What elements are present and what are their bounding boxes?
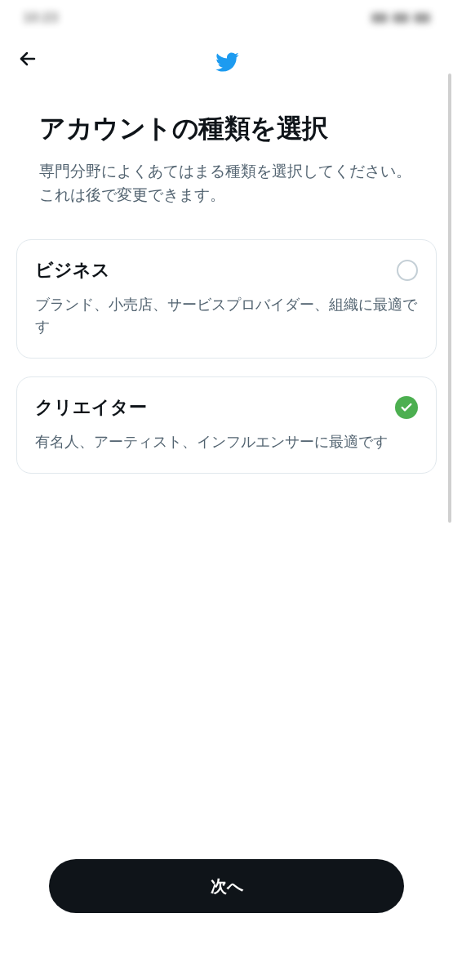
arrow-left-icon bbox=[18, 49, 38, 69]
option-creator[interactable]: クリエイター 有名人、アーティスト、インフルエンサーに最適です bbox=[16, 376, 437, 474]
status-time: 10:23 bbox=[23, 10, 58, 26]
content: アカウントの種類を選択 専門分野によくあてはまる種類を選択してください。これは後… bbox=[0, 113, 453, 207]
next-button[interactable]: 次へ bbox=[49, 859, 404, 913]
option-description: 有名人、アーティスト、インフルエンサーに最適です bbox=[35, 431, 418, 453]
scrollbar-track[interactable] bbox=[448, 74, 451, 947]
status-indicators bbox=[371, 13, 430, 23]
twitter-bird-icon bbox=[215, 50, 239, 74]
radio-selected-icon bbox=[395, 396, 418, 419]
option-list: ビジネス ブランド、小売店、サービスプロバイダー、組織に最適です クリエイター … bbox=[0, 239, 453, 474]
option-business[interactable]: ビジネス ブランド、小売店、サービスプロバイダー、組織に最適です bbox=[16, 239, 437, 359]
page-title: アカウントの種類を選択 bbox=[39, 113, 414, 144]
page-subtitle: 専門分野によくあてはまる種類を選択してください。これは後で変更できます。 bbox=[39, 160, 414, 207]
header bbox=[0, 36, 453, 95]
check-icon bbox=[400, 401, 413, 414]
option-header: ビジネス bbox=[35, 258, 418, 283]
radio-unselected-icon bbox=[397, 260, 418, 281]
option-description: ブランド、小売店、サービスプロバイダー、組織に最適です bbox=[35, 294, 418, 338]
option-title: クリエイター bbox=[35, 395, 147, 420]
scrollbar-thumb[interactable] bbox=[448, 74, 451, 523]
status-bar: 10:23 bbox=[0, 0, 453, 36]
twitter-logo bbox=[214, 49, 240, 75]
option-title: ビジネス bbox=[35, 258, 110, 283]
option-header: クリエイター bbox=[35, 395, 418, 420]
back-button[interactable] bbox=[16, 47, 39, 70]
